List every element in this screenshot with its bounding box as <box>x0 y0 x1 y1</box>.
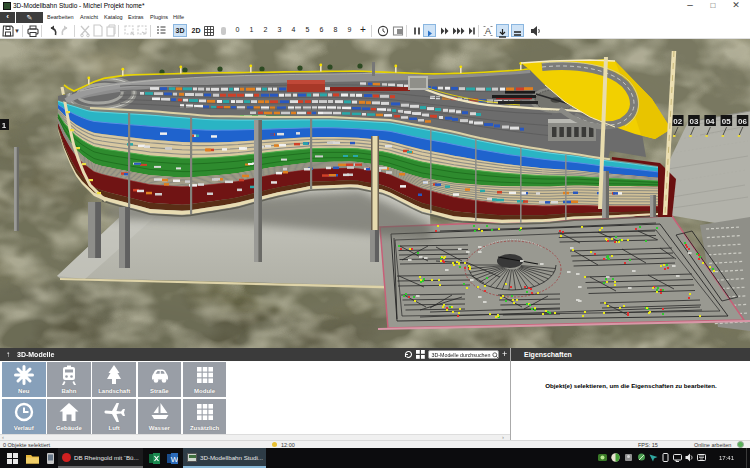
svg-text:06: 06 <box>738 117 747 126</box>
svg-text:05: 05 <box>722 117 731 126</box>
svg-text:A: A <box>485 26 491 36</box>
svg-text:03: 03 <box>689 117 698 126</box>
svg-text:W: W <box>171 455 178 464</box>
svg-text:02: 02 <box>673 117 682 126</box>
svg-text:1: 1 <box>2 121 7 130</box>
svg-text:04: 04 <box>706 117 715 126</box>
